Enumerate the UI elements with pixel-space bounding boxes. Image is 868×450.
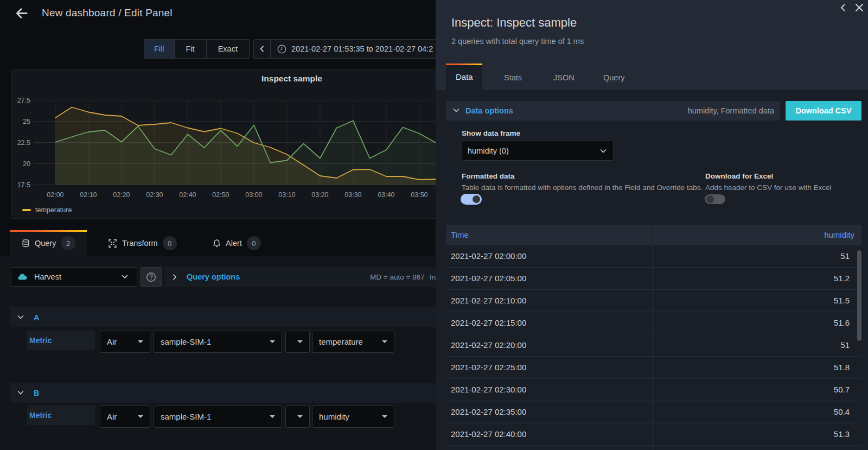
svg-text:03:10: 03:10 (278, 191, 295, 199)
svg-text:03:30: 03:30 (344, 191, 361, 199)
svg-text:22.5: 22.5 (17, 139, 30, 147)
svg-text:02:40: 02:40 (179, 191, 196, 199)
svg-text:02:20: 02:20 (113, 191, 130, 199)
svg-text:03:20: 03:20 (311, 191, 328, 199)
svg-text:27.5: 27.5 (17, 97, 30, 104)
svg-text:02:00: 02:00 (47, 191, 63, 199)
svg-text:03:50: 03:50 (411, 191, 427, 199)
svg-text:20: 20 (23, 160, 30, 168)
svg-text:02:50: 02:50 (212, 191, 229, 199)
svg-text:03:00: 03:00 (245, 191, 262, 199)
svg-text:25: 25 (23, 118, 30, 125)
svg-text:03:40: 03:40 (378, 191, 394, 199)
svg-text:02:10: 02:10 (80, 191, 97, 199)
svg-text:02:30: 02:30 (146, 191, 163, 199)
svg-text:17.5: 17.5 (17, 181, 30, 189)
